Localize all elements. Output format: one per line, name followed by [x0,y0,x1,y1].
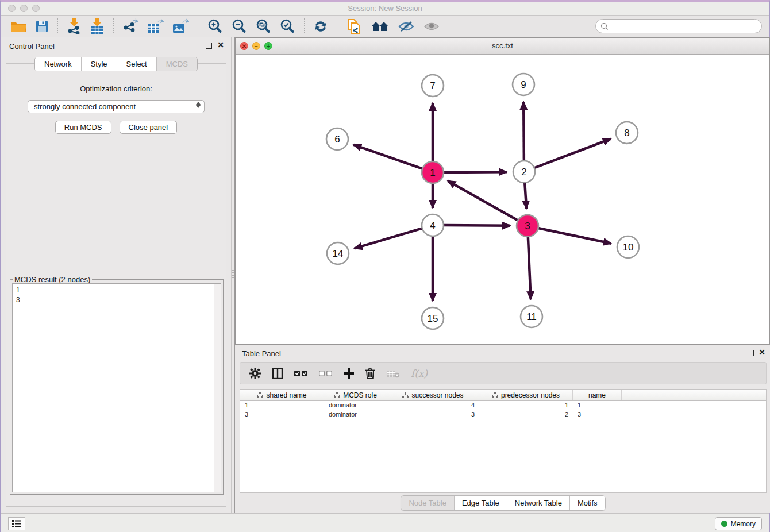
window-minimize-button[interactable] [20,5,28,12]
graph-edge-4-3[interactable] [444,225,510,226]
gear-icon[interactable] [249,368,261,379]
criterion-dropdown[interactable]: strongly connected component [28,100,205,113]
tab-edge-table[interactable]: Edge Table [455,496,507,510]
tab-motifs[interactable]: Motifs [570,496,605,510]
cell-predecessor-nodes: 1 [479,401,573,410]
list-icon [12,520,21,527]
graph-node-1[interactable]: 1 [422,161,444,183]
window-close-button[interactable] [8,5,16,12]
graph-node-11[interactable]: 11 [521,306,542,327]
graph-node-6[interactable]: 6 [326,128,348,150]
export-network-icon[interactable] [118,18,143,35]
table-panel-float-button[interactable] [748,350,754,356]
cell-mcds-role: dominator [324,410,387,419]
criterion-dropdown-value: strongly connected component [34,102,136,111]
column-header-predecessor-nodes[interactable]: predecessor nodes [479,390,573,400]
network-maximize-button[interactable]: + [264,42,272,50]
graph-node-7[interactable]: 7 [422,75,444,97]
svg-text:7: 7 [430,80,435,91]
save-icon[interactable] [31,18,53,35]
zoom-out-icon[interactable] [227,18,251,35]
svg-text:11: 11 [526,311,537,322]
splitter-grip [232,270,234,279]
control-panel-tabs: Network Style Select MCDS [34,57,198,71]
tab-network[interactable]: Network [35,57,82,71]
delete-column-icon[interactable] [365,368,375,379]
graph-node-3[interactable]: 3 [517,215,538,237]
folder-open-icon[interactable] [7,18,31,35]
network-minimize-button[interactable]: − [252,42,260,50]
graph-edge-4-14[interactable] [355,228,422,248]
dropdown-stepper-icon [196,102,201,108]
panel-splitter[interactable] [231,37,235,513]
cell-name: 1 [573,401,622,410]
graph-edge-3-11[interactable] [528,237,531,299]
network-window-titlebar[interactable]: ✕ − + scc.txt [236,38,769,55]
add-column-icon[interactable] [344,368,354,379]
control-panel-title: Control Panel [9,42,55,51]
column-header-name[interactable]: name [573,390,622,400]
function-builder-icon: f(x) [411,368,428,379]
network-close-button[interactable]: ✕ [240,42,248,50]
memory-button[interactable]: Memory [715,517,762,530]
column-header-successor-nodes[interactable]: successor nodes [387,390,479,400]
graph-node-8[interactable]: 8 [616,122,638,144]
search-input[interactable] [609,22,761,30]
graph-node-10[interactable]: 10 [617,236,639,258]
window-zoom-button[interactable] [32,5,40,12]
graph-node-4[interactable]: 4 [422,214,444,236]
zoom-fit-icon[interactable] [251,18,275,35]
graph-node-15[interactable]: 15 [422,307,444,329]
graph-node-14[interactable]: 14 [327,242,349,264]
graph-edge-2-9[interactable] [523,102,524,161]
graph-edge-1-2[interactable] [444,172,507,172]
graph-edge-3-1[interactable] [448,181,518,221]
houses-icon[interactable] [366,18,394,35]
split-columns-icon[interactable] [272,368,283,379]
eye-slash-icon[interactable] [394,18,419,35]
refresh-icon[interactable] [309,18,332,35]
network-graph: 7968124314101511 [236,55,769,344]
svg-text:2: 2 [521,167,526,178]
table-panel-close-button[interactable]: ✕ [759,348,765,356]
status-bar: Memory [1,513,769,532]
network-canvas[interactable]: 7968124314101511 [236,55,769,344]
graph-node-2[interactable]: 2 [513,161,535,183]
control-panel-close-button[interactable]: ✕ [217,41,224,49]
tab-network-table[interactable]: Network Table [507,496,570,510]
column-header-mcds-role[interactable]: MCDS role [324,390,387,400]
graph-edge-2-3[interactable] [525,183,526,209]
search-icon [600,22,609,30]
graph-edge-3-10[interactable] [538,228,611,244]
export-image-icon[interactable] [168,18,193,35]
export-table-icon[interactable] [143,18,168,35]
import-table-icon[interactable] [86,18,109,35]
graph-edge-1-6[interactable] [353,145,422,169]
mcds-result-textarea[interactable]: 1 3 [12,283,221,492]
deselect-all-columns-icon[interactable] [319,369,333,377]
tab-mcds[interactable]: MCDS [157,57,197,71]
zoom-selected-icon[interactable] [275,18,299,35]
result-scrollbar[interactable] [214,284,221,492]
search-box[interactable] [595,19,762,33]
eye-icon[interactable] [419,18,444,35]
delete-table-icon [386,369,400,378]
graph-edge-2-8[interactable] [534,139,611,168]
column-header-shared-name[interactable]: shared name [240,390,324,400]
table-row[interactable]: 3 dominator 3 2 3 [240,410,766,419]
toolbar-separator [57,18,58,34]
tab-node-table[interactable]: Node Table [401,496,455,510]
import-network-icon[interactable] [63,18,86,35]
run-mcds-button[interactable]: Run MCDS [55,121,111,134]
zoom-in-icon[interactable] [203,18,227,35]
graph-node-9[interactable]: 9 [513,74,534,95]
clone-network-icon[interactable] [342,18,366,35]
table-row[interactable]: 1 dominator 4 1 1 [240,401,766,410]
tab-style[interactable]: Style [82,57,117,71]
control-panel-float-button[interactable] [206,43,212,49]
tab-select[interactable]: Select [117,57,157,71]
close-panel-button[interactable]: Close panel [120,121,178,134]
hierarchy-icon [402,392,409,398]
select-all-columns-icon[interactable] [294,369,308,377]
task-history-button[interactable] [8,517,25,530]
